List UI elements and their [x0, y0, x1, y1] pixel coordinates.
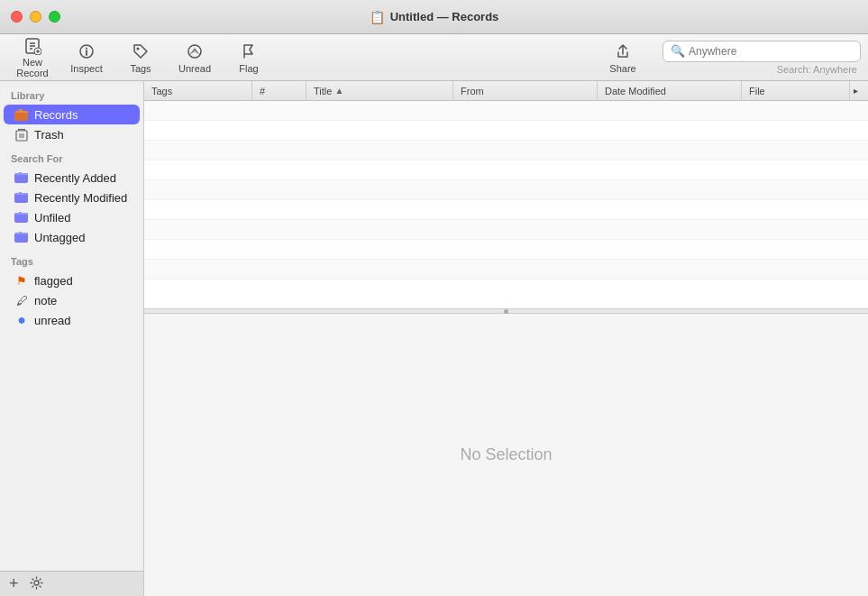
flag-icon: [239, 41, 259, 61]
table-row[interactable]: [144, 101, 868, 121]
content-area: Tags # Title ▲ From Date Modified File ▸: [144, 81, 868, 596]
col-header-tags[interactable]: Tags: [144, 81, 252, 100]
toolbar-left-group: New Record Inspect Tags: [7, 38, 274, 78]
table-row[interactable]: [144, 141, 868, 160]
inspect-icon: [77, 41, 96, 61]
col-header-date-modified[interactable]: Date Modified: [598, 81, 742, 100]
trash-icon: [14, 127, 29, 142]
search-label: Search: Anywhere: [777, 64, 857, 75]
no-selection-text: No Selection: [460, 445, 552, 464]
library-header: Library: [0, 81, 143, 105]
note-tag-icon: 🖊: [14, 293, 29, 307]
minimize-button[interactable]: [30, 11, 41, 23]
new-record-button[interactable]: New Record: [7, 38, 58, 78]
recently-added-label: Recently Added: [34, 171, 116, 185]
sidebar-item-note[interactable]: 🖊 note: [4, 290, 140, 310]
gear-button[interactable]: [30, 576, 43, 592]
sort-asc-icon: ▲: [334, 86, 343, 96]
trash-label: Trash: [34, 128, 64, 142]
search-icon: 🔍: [671, 44, 685, 58]
new-record-icon: [23, 37, 42, 55]
untagged-label: Untagged: [34, 231, 85, 244]
col-header-title[interactable]: Title ▲: [306, 81, 453, 100]
share-button[interactable]: Share: [598, 38, 648, 78]
col-header-from[interactable]: From: [453, 81, 598, 100]
unfiled-label: Unfiled: [34, 211, 70, 225]
flagged-tag-icon: ⚑: [14, 273, 29, 288]
share-icon: [613, 41, 633, 61]
note-label: note: [34, 294, 57, 307]
flag-label: Flag: [239, 63, 258, 74]
add-item-button[interactable]: +: [9, 574, 19, 593]
table-rows: [144, 101, 868, 308]
search-box[interactable]: 🔍: [662, 41, 861, 62]
sidebar-item-recently-modified[interactable]: Recently Modified: [4, 188, 140, 207]
col-header-file[interactable]: File: [742, 81, 850, 100]
sidebar: Library Records: [0, 81, 144, 596]
sidebar-bottom-bar: +: [0, 571, 144, 596]
title-icon: 📋: [370, 10, 385, 24]
records-label: Records: [34, 108, 78, 122]
flag-button[interactable]: Flag: [224, 38, 274, 78]
sidebar-item-untagged[interactable]: Untagged: [4, 227, 140, 247]
inspect-label: Inspect: [70, 63, 102, 74]
tags-header: Tags: [0, 247, 143, 270]
unread-label: Unread: [178, 63, 211, 74]
main-layout: Library Records: [0, 81, 868, 596]
more-columns-icon: ▸: [854, 86, 858, 96]
sidebar-item-trash[interactable]: Trash: [4, 124, 140, 144]
new-record-label: New Record: [7, 57, 58, 78]
unread-tag-icon: ●: [14, 313, 29, 327]
table-row[interactable]: [144, 180, 868, 200]
table-row[interactable]: [144, 121, 868, 141]
sidebar-item-recently-added[interactable]: Recently Added: [4, 168, 140, 188]
tags-label: Tags: [130, 63, 151, 74]
untagged-icon: [14, 230, 29, 244]
svg-point-24: [34, 581, 39, 585]
sidebar-item-unfiled[interactable]: Unfiled: [4, 207, 140, 227]
unread-button[interactable]: Unread: [169, 38, 220, 78]
table-row[interactable]: [144, 220, 868, 240]
search-for-header: Search For: [0, 144, 143, 168]
recently-modified-label: Recently Modified: [34, 191, 127, 205]
recently-added-icon: [14, 170, 29, 185]
recently-modified-icon: [14, 190, 29, 205]
share-label: Share: [609, 63, 635, 74]
preview-area: No Selection: [144, 314, 868, 596]
window-controls[interactable]: [11, 11, 60, 23]
flagged-label: flagged: [34, 274, 73, 288]
sidebar-item-records[interactable]: Records: [4, 105, 140, 124]
unread-icon: [185, 41, 205, 61]
search-input[interactable]: [689, 45, 853, 58]
col-header-more[interactable]: ▸: [850, 81, 868, 100]
window-title: 📋 Untitled — Records: [370, 10, 499, 24]
table-row[interactable]: [144, 260, 868, 280]
tags-icon: [131, 41, 151, 61]
unread-label: unread: [34, 314, 70, 327]
table-row[interactable]: [144, 200, 868, 220]
inspect-button[interactable]: Inspect: [61, 38, 112, 78]
tags-button[interactable]: Tags: [115, 38, 166, 78]
maximize-button[interactable]: [49, 11, 60, 23]
sidebar-item-flagged[interactable]: ⚑ flagged: [4, 270, 140, 290]
sidebar-item-unread[interactable]: ● unread: [4, 310, 140, 330]
col-header-num[interactable]: #: [252, 81, 306, 100]
table-row[interactable]: [144, 160, 868, 180]
table-row[interactable]: [144, 240, 868, 260]
divider-handle: [504, 309, 508, 314]
svg-point-9: [86, 47, 87, 49]
table-header: Tags # Title ▲ From Date Modified File ▸: [144, 81, 868, 101]
svg-point-10: [137, 47, 140, 50]
unfiled-icon: [14, 210, 29, 225]
records-icon: [14, 107, 29, 122]
toolbar: New Record Inspect Tags: [0, 34, 868, 81]
close-button[interactable]: [11, 11, 23, 23]
titlebar: 📋 Untitled — Records: [0, 0, 868, 34]
